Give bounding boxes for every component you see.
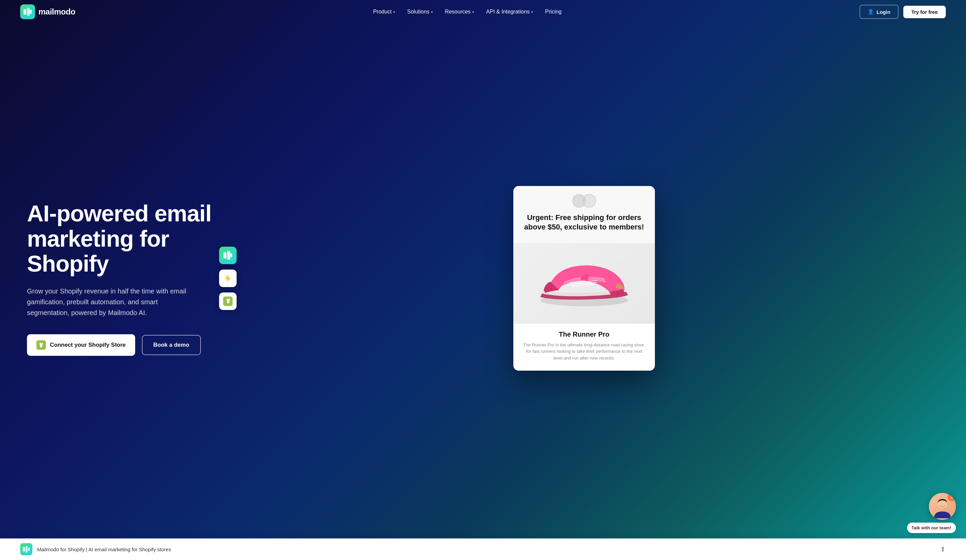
nav-solutions[interactable]: Solutions ▾ — [407, 9, 433, 15]
bottom-bar: Mailmodo for Shopify | AI email marketin… — [0, 539, 966, 560]
bottom-bar-left: Mailmodo for Shopify | AI email marketin… — [20, 543, 171, 555]
share-icon[interactable]: ⬆ — [940, 545, 946, 553]
try-button[interactable]: Try for free — [903, 6, 946, 18]
nav-resources[interactable]: Resources ▾ — [445, 9, 474, 15]
nav-product[interactable]: Product ▾ — [373, 9, 395, 15]
svg-rect-1 — [27, 8, 30, 16]
hero-content: AI-powered email marketing for Shopify G… — [27, 201, 229, 356]
chat-label: Talk with our team! — [907, 522, 956, 533]
resources-chevron-icon: ▾ — [472, 10, 474, 14]
login-button[interactable]: 👤 Login — [859, 5, 899, 19]
api-chevron-icon: ▾ — [531, 10, 533, 14]
hero-title: AI-powered email marketing for Shopify — [27, 201, 229, 276]
product-description: The Runner Pro is the ultimate long-dist… — [521, 342, 647, 361]
email-card-header: Urgent: Free shipping for orders above $… — [513, 186, 655, 243]
nav-pricing[interactable]: Pricing — [545, 9, 562, 15]
logo[interactable]: mailmodo — [20, 4, 75, 19]
chat-bubble[interactable]: 2 — [929, 493, 956, 520]
svg-rect-0 — [24, 9, 26, 15]
chat-badge: 2 — [948, 493, 956, 501]
svg-rect-2 — [30, 10, 32, 14]
bottom-logo-icon — [20, 543, 32, 555]
hero-visual: Urgent: Free shipping for orders above $… — [229, 186, 939, 371]
hero-subtitle: Grow your Shopify revenue in half the ti… — [27, 286, 196, 318]
email-card-product-image — [513, 243, 655, 324]
nav-menu: Product ▾ Solutions ▾ Resources ▾ API & … — [373, 9, 562, 15]
email-preview-card: Urgent: Free shipping for orders above $… — [513, 186, 655, 371]
email-card-title: Urgent: Free shipping for orders above $… — [521, 213, 647, 232]
email-card-footer: The Runner Pro The Runner Pro is the ult… — [513, 324, 655, 371]
svg-rect-5 — [230, 253, 232, 258]
solutions-chevron-icon: ▾ — [431, 10, 433, 14]
svg-rect-12 — [26, 546, 28, 553]
hero-buttons: Connect your Shopify Store Book a demo — [27, 334, 229, 356]
logo-text: mailmodo — [38, 7, 75, 16]
mastercard-icon — [521, 194, 647, 208]
nav-api[interactable]: API & Integrations ▾ — [486, 9, 533, 15]
connect-shopify-button[interactable]: Connect your Shopify Store — [27, 334, 135, 356]
chat-widget[interactable]: 2 Talk with our team! — [907, 493, 956, 533]
logo-icon — [20, 4, 35, 19]
navbar: mailmodo Product ▾ Solutions ▾ Resources… — [0, 0, 966, 24]
svg-rect-13 — [28, 547, 30, 551]
hero-section: AI-powered email marketing for Shopify G… — [0, 24, 966, 540]
svg-rect-11 — [23, 547, 25, 552]
product-chevron-icon: ▾ — [393, 10, 395, 14]
user-icon: 👤 — [867, 9, 874, 15]
bottom-bar-text: Mailmodo for Shopify | AI email marketin… — [37, 547, 171, 552]
book-demo-button[interactable]: Book a demo — [142, 335, 201, 355]
shopify-icon — [36, 340, 46, 350]
product-name: The Runner Pro — [521, 330, 647, 338]
nav-actions: 👤 Login Try for free — [859, 5, 946, 19]
